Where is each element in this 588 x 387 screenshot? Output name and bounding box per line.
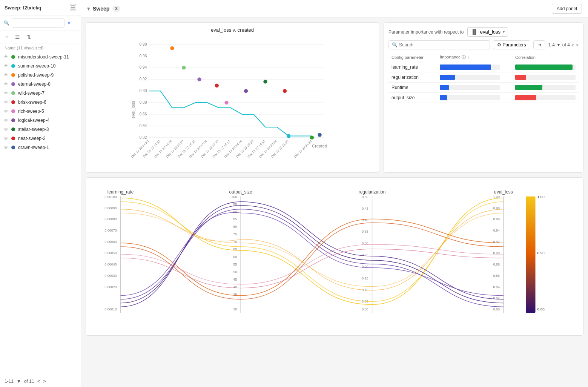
svg-point-25 bbox=[224, 101, 228, 104]
svg-text:output_size: output_size bbox=[229, 189, 252, 195]
svg-point-20 bbox=[287, 134, 290, 138]
sort-button[interactable]: ⇅ bbox=[25, 33, 33, 41]
eye-icon[interactable]: 👁 bbox=[4, 91, 8, 96]
metric-select[interactable]: ▐▌ eval_loss ▾ bbox=[467, 27, 508, 37]
svg-text:90: 90 bbox=[233, 210, 237, 214]
sort-arrow-icon: ↓ bbox=[468, 55, 470, 59]
col-config-param: Config parameter bbox=[388, 52, 437, 62]
top-panels-row: eval_loss v. created eval_loss 0.98 0.96… bbox=[86, 22, 583, 173]
main-header: ▾ Sweep 3 Add panel bbox=[81, 0, 588, 18]
param-search-input[interactable] bbox=[399, 42, 487, 48]
run-item-run-2[interactable]: 👁 neat-sweep-2 bbox=[0, 134, 81, 143]
svg-text:0.35: 0.35 bbox=[362, 230, 368, 233]
svg-text:0.00100: 0.00100 bbox=[104, 195, 117, 199]
svg-text:50: 50 bbox=[233, 270, 237, 274]
param-search-box[interactable]: 🔍 bbox=[388, 40, 490, 49]
next-page-button[interactable]: > bbox=[576, 42, 579, 48]
chart-title: eval_loss v. created bbox=[91, 27, 374, 33]
search-icon: 🔍 bbox=[392, 42, 398, 48]
svg-text:40: 40 bbox=[233, 285, 237, 289]
run-item-run-9[interactable]: 👁 polished-sweep-9 bbox=[0, 71, 81, 80]
run-item-run-1[interactable]: 👁 drawn-sweep-1 bbox=[0, 143, 81, 152]
prev-page-button[interactable]: < bbox=[571, 42, 574, 48]
svg-text:eval_loss: eval_loss bbox=[494, 189, 513, 195]
export-button[interactable]: ⇥ bbox=[533, 40, 545, 49]
svg-text:0.86: 0.86 bbox=[493, 274, 500, 278]
param-name: learning_rate bbox=[388, 62, 437, 72]
svg-text:65: 65 bbox=[233, 247, 237, 251]
svg-text:0.96: 0.96 bbox=[140, 54, 147, 58]
importance-bar-fill bbox=[440, 95, 447, 100]
svg-text:0.00010: 0.00010 bbox=[104, 307, 117, 311]
table-view-button[interactable]: ☰ bbox=[70, 4, 76, 11]
eye-icon[interactable]: 👁 bbox=[4, 136, 8, 141]
eye-icon[interactable]: 👁 bbox=[4, 145, 8, 150]
svg-text:0.94: 0.94 bbox=[140, 66, 147, 70]
footer-arrow-down: ▼ bbox=[17, 379, 21, 384]
svg-text:0.00020: 0.00020 bbox=[104, 285, 117, 289]
sidebar-toolbar: ≡ ☰ ⇅ bbox=[0, 31, 81, 43]
svg-text:75: 75 bbox=[233, 232, 237, 236]
svg-text:0.98: 0.98 bbox=[140, 42, 147, 46]
svg-text:0.00: 0.00 bbox=[362, 307, 368, 311]
eye-icon[interactable]: 👁 bbox=[4, 118, 8, 123]
run-color-dot bbox=[11, 91, 15, 95]
footer-next-button[interactable]: > bbox=[43, 378, 46, 384]
svg-text:85: 85 bbox=[233, 217, 237, 221]
param-header: Parameter importance with respect to ▐▌ … bbox=[388, 27, 579, 37]
chevron-down-icon: ▾ bbox=[503, 30, 505, 34]
eye-icon[interactable]: 👁 bbox=[4, 54, 8, 60]
eye-icon[interactable]: 👁 bbox=[4, 100, 8, 105]
search-input[interactable] bbox=[12, 18, 64, 28]
eye-icon[interactable]: 👁 bbox=[4, 81, 8, 87]
run-color-dot bbox=[11, 137, 15, 140]
run-item-run-4[interactable]: 👁 logical-sweep-4 bbox=[0, 116, 81, 125]
corr-bar-track bbox=[515, 64, 576, 70]
svg-text:0.94: 0.94 bbox=[493, 229, 500, 232]
correlation-bar-cell bbox=[512, 93, 579, 103]
svg-text:100: 100 bbox=[231, 195, 237, 199]
svg-text:1.00: 1.00 bbox=[537, 195, 545, 199]
svg-text:0.00080: 0.00080 bbox=[104, 217, 117, 221]
columns-button[interactable]: ☰ bbox=[14, 33, 21, 41]
sweep-title-area: ▾ Sweep 3 bbox=[87, 6, 120, 12]
col-importance[interactable]: Importance ⓘ ↓ bbox=[437, 52, 512, 62]
svg-text:0.00090: 0.00090 bbox=[104, 206, 117, 210]
chevron-down-icon: ▾ bbox=[87, 6, 90, 12]
correlation-bar-cell bbox=[512, 83, 579, 93]
svg-text:0.90: 0.90 bbox=[537, 251, 545, 255]
pages-of: of 4 bbox=[562, 42, 570, 48]
filter-button[interactable]: ≡ bbox=[4, 33, 10, 41]
eye-icon[interactable]: 👁 bbox=[4, 63, 8, 69]
run-item-run-5[interactable]: 👁 rich-sweep-5 bbox=[0, 107, 81, 116]
param-importance-table: Config parameter Importance ⓘ ↓ Correlat… bbox=[388, 52, 579, 103]
importance-bar-fill bbox=[440, 75, 455, 80]
corr-bar-fill bbox=[515, 95, 536, 100]
eye-icon[interactable]: 👁 bbox=[4, 109, 8, 114]
run-item-run-7[interactable]: 👁 wild-sweep-7 bbox=[0, 89, 81, 98]
svg-text:learning_rate: learning_rate bbox=[107, 189, 134, 195]
run-item-run-3[interactable]: 👁 stellar-sweep-3 bbox=[0, 125, 81, 134]
run-name-label: neat-sweep-2 bbox=[18, 136, 46, 141]
sidebar-footer: 1-11 ▼ of 11 < > bbox=[0, 375, 81, 387]
eye-icon[interactable]: 👁 bbox=[4, 72, 8, 78]
svg-text:0.25: 0.25 bbox=[362, 253, 368, 257]
run-name-label: brisk-sweep-6 bbox=[18, 100, 46, 105]
run-color-dot bbox=[11, 118, 15, 122]
svg-point-27 bbox=[263, 80, 267, 83]
add-panel-button[interactable]: Add panel bbox=[552, 4, 582, 14]
magic-icon: ✦ bbox=[67, 20, 71, 26]
run-name-label: wild-sweep-7 bbox=[18, 91, 45, 96]
eye-icon[interactable]: 👁 bbox=[4, 127, 8, 132]
run-item-run-6[interactable]: 👁 brisk-sweep-6 bbox=[0, 98, 81, 107]
footer-prev-button[interactable]: < bbox=[37, 378, 40, 384]
run-item-run-10[interactable]: 👁 summer-sweep-10 bbox=[0, 61, 81, 71]
pages-info: 1-4 ▼ of 4 < > bbox=[548, 42, 579, 48]
run-item-run-8[interactable]: 👁 eternal-sweep-8 bbox=[0, 80, 81, 89]
run-item-run-11[interactable]: 👁 misunderstood-sweep-11 bbox=[0, 52, 81, 61]
params-btn-label: Parameters bbox=[503, 42, 526, 48]
param-importance-panel: Parameter importance with respect to ▐▌ … bbox=[384, 22, 583, 173]
svg-point-22 bbox=[197, 77, 201, 81]
eval-loss-svg: eval_loss 0.98 0.96 0.94 0.92 bbox=[91, 36, 374, 168]
parameters-button[interactable]: ⚙ Parameters bbox=[493, 40, 530, 49]
